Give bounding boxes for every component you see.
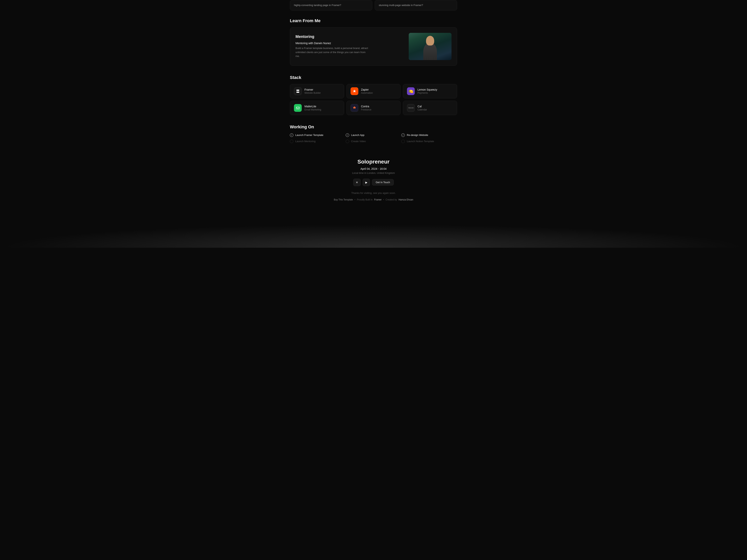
working-label-create-video: Create Video <box>351 140 366 143</box>
person-silhouette <box>409 33 452 60</box>
stack-card-framer[interactable]: Framer Website Builder <box>290 84 344 98</box>
created-by-label: Created by <box>386 198 397 201</box>
zapier-category: Automation <box>361 91 373 94</box>
cal-category: Calendar <box>417 108 427 111</box>
youtube-icon: ▶ <box>365 181 367 184</box>
mailerlite-info: MailerLite Email Marketing <box>305 105 321 111</box>
working-item-mentoring: Launch Mentoring <box>290 140 346 143</box>
working-label-notion-template: Launch Notion Template <box>407 140 434 143</box>
top-card-1: highly-converting landing page in Framer… <box>290 0 372 10</box>
get-in-touch-button[interactable]: Get In Touch <box>372 179 393 186</box>
mailerlite-name: MailerLite <box>305 105 321 108</box>
zapier-info: Zapier Automation <box>361 88 373 94</box>
working-item-launch-app: ✓ Launch App <box>346 133 402 137</box>
check-pending-icon-1 <box>290 140 293 143</box>
contra-category: Freelance <box>361 108 371 111</box>
cal-icon: Cal.com <box>407 104 415 112</box>
dot-1: • <box>355 198 355 201</box>
mentoring-card: Mentoring Mentoring with Darwin Nunez Bu… <box>290 27 457 66</box>
svg-rect-0 <box>296 107 300 109</box>
check-done-icon-2: ✓ <box>346 133 349 137</box>
mailerlite-icon <box>294 104 302 112</box>
working-section-heading: Working On <box>290 125 457 130</box>
lemon-category: Payments <box>417 91 437 94</box>
contra-icon <box>351 104 358 112</box>
lemon-name: Lemon Squeezy <box>417 88 437 91</box>
working-column-2: ✓ Launch App Create Video <box>346 133 402 143</box>
framer-name: Framer <box>305 88 321 91</box>
mentoring-text: Mentoring Mentoring with Darwin Nunez Bu… <box>295 34 369 58</box>
zapier-icon <box>351 87 358 95</box>
cal-name: Cal <box>417 105 427 108</box>
working-column-3: ✓ Re-design Website Launch Notion Templa… <box>401 133 457 143</box>
footer-brand: Solopreneur <box>290 159 457 165</box>
top-card-1-text: highly-converting landing page in Framer… <box>294 4 341 7</box>
framer-icon <box>294 87 302 95</box>
mentoring-title: Mentoring <box>295 34 369 39</box>
working-grid: ✓ Launch Framer Template Launch Mentorin… <box>290 133 457 143</box>
learn-section: Learn From Me Mentoring Mentoring with D… <box>290 18 457 66</box>
contra-info: Contra Freelance <box>361 105 371 111</box>
mentoring-image <box>409 33 452 60</box>
learn-section-heading: Learn From Me <box>290 18 457 23</box>
working-item-create-video: Create Video <box>346 140 402 143</box>
footer-links: Buy This Template • Proudly Built In Fra… <box>290 198 457 201</box>
working-label-launch-app: Launch App <box>351 134 365 136</box>
working-column-1: ✓ Launch Framer Template Launch Mentorin… <box>290 133 346 143</box>
check-pending-icon-3 <box>401 140 405 143</box>
working-item-redesign: ✓ Re-design Website <box>401 133 457 137</box>
footer-datetime: April 04, 2024 - 16:04 <box>290 167 457 170</box>
working-section: Working On ✓ Launch Framer Template Laun… <box>290 125 457 143</box>
check-done-icon-3: ✓ <box>401 133 405 137</box>
top-cards-row: highly-converting landing page in Framer… <box>290 0 457 10</box>
framer-link[interactable]: Framer <box>374 198 382 201</box>
bottom-gradient <box>0 224 747 248</box>
mentoring-subtitle: Mentoring with Darwin Nunez <box>295 42 369 45</box>
working-label-mentoring: Launch Mentoring <box>295 140 315 143</box>
stack-card-zapier[interactable]: Zapier Automation <box>346 84 401 98</box>
mailerlite-category: Email Marketing <box>305 108 321 111</box>
stack-card-lemon[interactable]: 🍋 Lemon Squeezy Payments <box>403 84 457 98</box>
top-card-2: stunning multi-page website in Framer? <box>375 0 457 10</box>
check-pending-icon-2 <box>346 140 349 143</box>
twitter-button[interactable]: ✕ <box>353 179 361 186</box>
check-done-icon-1: ✓ <box>290 133 293 137</box>
top-card-2-text: stunning multi-page website in Framer? <box>379 4 423 7</box>
twitter-icon: ✕ <box>356 181 358 184</box>
footer-social-row: ✕ ▶ Get In Touch <box>290 179 457 186</box>
buy-template-link[interactable]: Buy This Template <box>334 198 353 201</box>
stack-card-mailerlite[interactable]: MailerLite Email Marketing <box>290 101 344 115</box>
framer-category: Website Builder <box>305 91 321 94</box>
stack-section: Stack Framer Website Builder <box>290 75 457 115</box>
mentoring-description: Build a Framer template business, build … <box>295 46 369 58</box>
cal-info: Cal Calendar <box>417 105 427 111</box>
built-in-label: Proudly Built In <box>357 198 372 201</box>
lemon-info: Lemon Squeezy Payments <box>417 88 437 94</box>
stack-card-contra[interactable]: Contra Freelance <box>346 101 401 115</box>
contra-name: Contra <box>361 105 371 108</box>
footer-thanks: Thanks for visiting, see you again soon. <box>290 191 457 194</box>
stack-card-cal[interactable]: Cal.com Cal Calendar <box>403 101 457 115</box>
stack-grid: Framer Website Builder Zapier Automation <box>290 84 457 115</box>
working-item-framer-template: ✓ Launch Framer Template <box>290 133 346 137</box>
lemon-icon: 🍋 <box>407 87 415 95</box>
working-label-framer-template: Launch Framer Template <box>295 134 323 136</box>
stack-section-heading: Stack <box>290 75 457 80</box>
working-label-redesign: Re-design Website <box>407 134 428 136</box>
zapier-name: Zapier <box>361 88 373 91</box>
footer-section: Solopreneur April 04, 2024 - 16:04 Local… <box>290 155 457 201</box>
working-item-notion-template: Launch Notion Template <box>401 140 457 143</box>
youtube-button[interactable]: ▶ <box>363 179 370 186</box>
framer-info: Framer Website Builder <box>305 88 321 94</box>
footer-location: Local time in London, United Kingdom <box>290 171 457 175</box>
creator-link[interactable]: Hamza Ehsan <box>398 198 413 201</box>
dot-2: • <box>383 198 384 201</box>
